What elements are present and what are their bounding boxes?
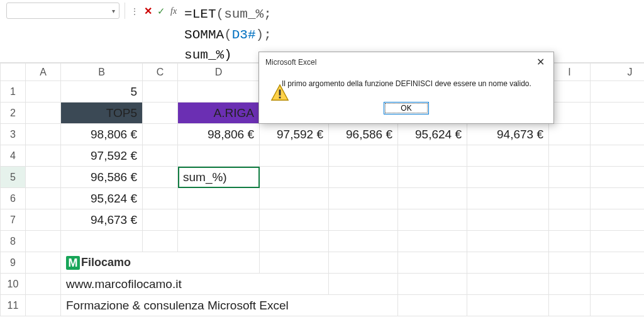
cell-E5[interactable] bbox=[260, 167, 329, 188]
dialog-message: Il primo argomento della funzione DEFINI… bbox=[282, 79, 531, 88]
cell-I2[interactable] bbox=[549, 103, 591, 124]
cell-B1[interactable]: 5 bbox=[61, 81, 143, 103]
cell-G7[interactable] bbox=[398, 209, 467, 231]
cell-F4[interactable] bbox=[329, 145, 398, 167]
cell-H5[interactable] bbox=[467, 167, 549, 188]
cell-G5[interactable] bbox=[398, 167, 467, 188]
row-header-1[interactable]: 1 bbox=[1, 81, 26, 103]
row-11: 11 Formazione & consulenza Microsoft Exc… bbox=[1, 295, 645, 316]
cell-J5[interactable] bbox=[591, 167, 645, 188]
logo-mark: M bbox=[66, 256, 80, 270]
cell-A5[interactable] bbox=[26, 167, 61, 188]
cell-A4[interactable] bbox=[26, 145, 61, 167]
cell-D4[interactable] bbox=[178, 145, 260, 167]
cell-J4[interactable] bbox=[591, 145, 645, 167]
cell-C3[interactable] bbox=[143, 124, 178, 145]
cell-A2[interactable] bbox=[26, 103, 61, 124]
logo-text: Filocamo bbox=[81, 256, 131, 269]
cell-H3[interactable]: 94,673 € bbox=[467, 124, 549, 145]
row-header-4[interactable]: 4 bbox=[1, 145, 26, 167]
cell-B5[interactable]: 96,586 € bbox=[61, 167, 143, 188]
row-header-8[interactable]: 8 bbox=[1, 231, 26, 252]
cell-J7[interactable] bbox=[591, 209, 645, 231]
website-link[interactable]: www.marcofilocamo.it bbox=[61, 274, 329, 295]
cell-B7[interactable]: 94,673 € bbox=[61, 209, 143, 231]
cell-C5[interactable] bbox=[143, 167, 178, 188]
dialog-titlebar[interactable]: Microsoft Excel ✕ bbox=[259, 52, 553, 72]
cell-A1[interactable] bbox=[26, 81, 61, 103]
name-box[interactable]: ▾ bbox=[6, 3, 119, 19]
cell-B4[interactable]: 97,592 € bbox=[61, 145, 143, 167]
row-header-7[interactable]: 7 bbox=[1, 209, 26, 231]
close-icon[interactable]: ✕ bbox=[534, 56, 547, 68]
cell-A3[interactable] bbox=[26, 124, 61, 145]
cell-A6[interactable] bbox=[26, 188, 61, 209]
cell-H4[interactable] bbox=[467, 145, 549, 167]
row-4: 4 97,592 € bbox=[1, 145, 645, 167]
cell-F7[interactable] bbox=[329, 209, 398, 231]
dots-icon: ⋮ bbox=[130, 6, 139, 16]
formula-bar-icons: ⋮ ✕ ✓ fx bbox=[130, 3, 177, 17]
cell-G6[interactable] bbox=[398, 188, 467, 209]
row-header-9[interactable]: 9 bbox=[1, 252, 26, 274]
cell-J6[interactable] bbox=[591, 188, 645, 209]
ok-button[interactable]: OK bbox=[384, 102, 428, 114]
cell-B3[interactable]: 98,806 € bbox=[61, 124, 143, 145]
col-header-B[interactable]: B bbox=[61, 64, 143, 81]
cell-H6[interactable] bbox=[467, 188, 549, 209]
accept-icon[interactable]: ✓ bbox=[157, 6, 165, 17]
cell-J2[interactable] bbox=[591, 103, 645, 124]
cell-B2[interactable]: TOP5 bbox=[61, 103, 143, 124]
row-header-10[interactable]: 10 bbox=[1, 274, 26, 295]
cell-F5[interactable] bbox=[329, 167, 398, 188]
cell-E4[interactable] bbox=[260, 145, 329, 167]
cell-J3[interactable] bbox=[591, 124, 645, 145]
cell-G3[interactable]: 95,624 € bbox=[398, 124, 467, 145]
cell-D7[interactable] bbox=[178, 209, 260, 231]
cell-D5-active[interactable]: sum_%) bbox=[178, 167, 260, 188]
cell-C2[interactable] bbox=[143, 103, 178, 124]
cell-A7[interactable] bbox=[26, 209, 61, 231]
row-header-6[interactable]: 6 bbox=[1, 188, 26, 209]
cell-C4[interactable] bbox=[143, 145, 178, 167]
cell-E7[interactable] bbox=[260, 209, 329, 231]
cell-D6[interactable] bbox=[178, 188, 260, 209]
col-header-C[interactable]: C bbox=[143, 64, 178, 81]
cell-D3[interactable]: 98,806 € bbox=[178, 124, 260, 145]
cell-E3[interactable]: 97,592 € bbox=[260, 124, 329, 145]
row-header-2[interactable]: 2 bbox=[1, 103, 26, 124]
col-header-D[interactable]: D bbox=[178, 64, 260, 81]
cell-I4[interactable] bbox=[549, 145, 591, 167]
cell-G4[interactable] bbox=[398, 145, 467, 167]
cell-H7[interactable] bbox=[467, 209, 549, 231]
cancel-icon[interactable]: ✕ bbox=[144, 5, 152, 17]
cell-D2[interactable]: A.RIGA bbox=[178, 103, 260, 124]
cell-J1[interactable] bbox=[591, 81, 645, 103]
cell-I1[interactable] bbox=[549, 81, 591, 103]
select-all-corner[interactable] bbox=[1, 64, 26, 81]
cell-C1[interactable] bbox=[143, 81, 178, 103]
row-header-3[interactable]: 3 bbox=[1, 124, 26, 145]
cell-E6[interactable] bbox=[260, 188, 329, 209]
chevron-down-icon[interactable]: ▾ bbox=[112, 8, 115, 14]
logo: MFilocamo bbox=[66, 256, 131, 270]
col-header-A[interactable]: A bbox=[26, 64, 61, 81]
cell-B6[interactable]: 95,624 € bbox=[61, 188, 143, 209]
row-7: 7 94,673 € bbox=[1, 209, 645, 231]
fx-icon[interactable]: fx bbox=[170, 6, 177, 16]
cell-I7[interactable] bbox=[549, 209, 591, 231]
cell-I6[interactable] bbox=[549, 188, 591, 209]
divider bbox=[125, 3, 125, 19]
cell-I3[interactable] bbox=[549, 124, 591, 145]
cell-F3[interactable]: 96,586 € bbox=[329, 124, 398, 145]
cell-C6[interactable] bbox=[143, 188, 178, 209]
col-header-I[interactable]: I bbox=[549, 64, 591, 81]
row-header-11[interactable]: 11 bbox=[1, 295, 26, 316]
cell-F6[interactable] bbox=[329, 188, 398, 209]
row-header-5[interactable]: 5 bbox=[1, 167, 26, 188]
cell-C7[interactable] bbox=[143, 209, 178, 231]
cell-D1[interactable] bbox=[178, 81, 260, 103]
cell-I5[interactable] bbox=[549, 167, 591, 188]
col-header-J[interactable]: J bbox=[591, 64, 645, 81]
row-6: 6 95,624 € bbox=[1, 188, 645, 209]
